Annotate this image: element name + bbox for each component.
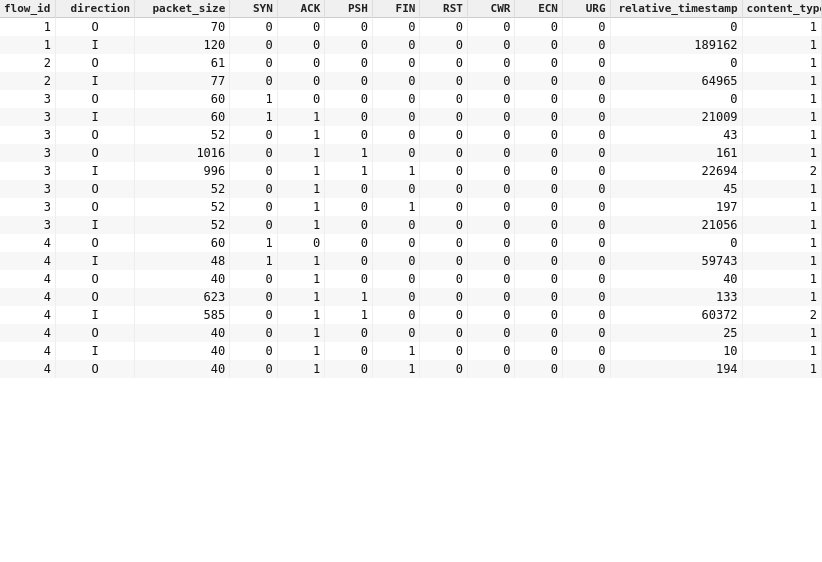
cell-content_type_id: 1: [742, 54, 821, 72]
col-header-ack: ACK: [277, 0, 325, 18]
cell-cwr: 0: [467, 162, 515, 180]
cell-direction: O: [55, 54, 134, 72]
cell-ack: 1: [277, 360, 325, 378]
cell-syn: 0: [230, 144, 278, 162]
cell-packet_size: 52: [135, 216, 230, 234]
cell-psh: 0: [325, 234, 373, 252]
col-header-direction: direction: [55, 0, 134, 18]
cell-flow_id: 1: [0, 18, 55, 37]
cell-direction: O: [55, 126, 134, 144]
cell-psh: 1: [325, 306, 373, 324]
cell-ecn: 0: [515, 360, 563, 378]
table-row: 3O5201000000431: [0, 126, 822, 144]
cell-direction: O: [55, 270, 134, 288]
cell-psh: 0: [325, 198, 373, 216]
table-row: 4I58501100000603722: [0, 306, 822, 324]
table-row: 4O40010100001941: [0, 360, 822, 378]
cell-rst: 0: [420, 198, 468, 216]
cell-direction: I: [55, 342, 134, 360]
cell-ack: 1: [277, 180, 325, 198]
cell-content_type_id: 1: [742, 180, 821, 198]
cell-rst: 0: [420, 72, 468, 90]
cell-rst: 0: [420, 54, 468, 72]
cell-relative_timestamp: 189162: [610, 36, 742, 54]
cell-content_type_id: 1: [742, 144, 821, 162]
cell-direction: O: [55, 144, 134, 162]
cell-fin: 0: [372, 18, 420, 37]
cell-fin: 0: [372, 270, 420, 288]
cell-urg: 0: [563, 360, 611, 378]
cell-fin: 0: [372, 72, 420, 90]
cell-packet_size: 70: [135, 18, 230, 37]
cell-psh: 0: [325, 342, 373, 360]
cell-ecn: 0: [515, 18, 563, 37]
cell-ecn: 0: [515, 126, 563, 144]
cell-fin: 0: [372, 108, 420, 126]
cell-ack: 0: [277, 72, 325, 90]
cell-syn: 0: [230, 126, 278, 144]
cell-syn: 0: [230, 36, 278, 54]
cell-relative_timestamp: 0: [610, 90, 742, 108]
cell-flow_id: 3: [0, 180, 55, 198]
cell-fin: 1: [372, 360, 420, 378]
cell-psh: 0: [325, 180, 373, 198]
table-header-row: flow_id direction packet_size SYN ACK PS…: [0, 0, 822, 18]
cell-urg: 0: [563, 216, 611, 234]
cell-ecn: 0: [515, 216, 563, 234]
cell-ack: 0: [277, 18, 325, 37]
cell-fin: 0: [372, 126, 420, 144]
cell-psh: 0: [325, 360, 373, 378]
cell-fin: 0: [372, 36, 420, 54]
cell-flow_id: 3: [0, 216, 55, 234]
cell-ack: 1: [277, 342, 325, 360]
cell-urg: 0: [563, 180, 611, 198]
cell-fin: 1: [372, 162, 420, 180]
cell-relative_timestamp: 21056: [610, 216, 742, 234]
cell-ecn: 0: [515, 324, 563, 342]
col-header-urg: URG: [563, 0, 611, 18]
col-header-syn: SYN: [230, 0, 278, 18]
cell-psh: 0: [325, 36, 373, 54]
cell-flow_id: 3: [0, 126, 55, 144]
cell-content_type_id: 1: [742, 234, 821, 252]
cell-rst: 0: [420, 324, 468, 342]
cell-content_type_id: 2: [742, 306, 821, 324]
cell-psh: 1: [325, 162, 373, 180]
cell-ack: 1: [277, 126, 325, 144]
cell-flow_id: 3: [0, 90, 55, 108]
col-header-fin: FIN: [372, 0, 420, 18]
cell-flow_id: 1: [0, 36, 55, 54]
cell-direction: O: [55, 18, 134, 37]
cell-ack: 1: [277, 108, 325, 126]
cell-flow_id: 3: [0, 144, 55, 162]
cell-fin: 0: [372, 144, 420, 162]
cell-psh: 0: [325, 270, 373, 288]
cell-relative_timestamp: 194: [610, 360, 742, 378]
cell-urg: 0: [563, 342, 611, 360]
cell-flow_id: 4: [0, 306, 55, 324]
cell-ecn: 0: [515, 144, 563, 162]
cell-flow_id: 4: [0, 324, 55, 342]
cell-relative_timestamp: 0: [610, 18, 742, 37]
cell-flow_id: 4: [0, 342, 55, 360]
cell-fin: 0: [372, 54, 420, 72]
cell-cwr: 0: [467, 216, 515, 234]
cell-direction: I: [55, 108, 134, 126]
cell-content_type_id: 2: [742, 162, 821, 180]
cell-relative_timestamp: 22694: [610, 162, 742, 180]
cell-psh: 0: [325, 324, 373, 342]
cell-relative_timestamp: 133: [610, 288, 742, 306]
cell-packet_size: 61: [135, 54, 230, 72]
cell-content_type_id: 1: [742, 198, 821, 216]
cell-urg: 0: [563, 72, 611, 90]
cell-direction: I: [55, 72, 134, 90]
cell-syn: 0: [230, 180, 278, 198]
cell-cwr: 0: [467, 90, 515, 108]
cell-rst: 0: [420, 360, 468, 378]
cell-packet_size: 40: [135, 270, 230, 288]
cell-direction: O: [55, 180, 134, 198]
cell-flow_id: 3: [0, 198, 55, 216]
cell-psh: 0: [325, 54, 373, 72]
cell-syn: 0: [230, 54, 278, 72]
cell-packet_size: 60: [135, 90, 230, 108]
